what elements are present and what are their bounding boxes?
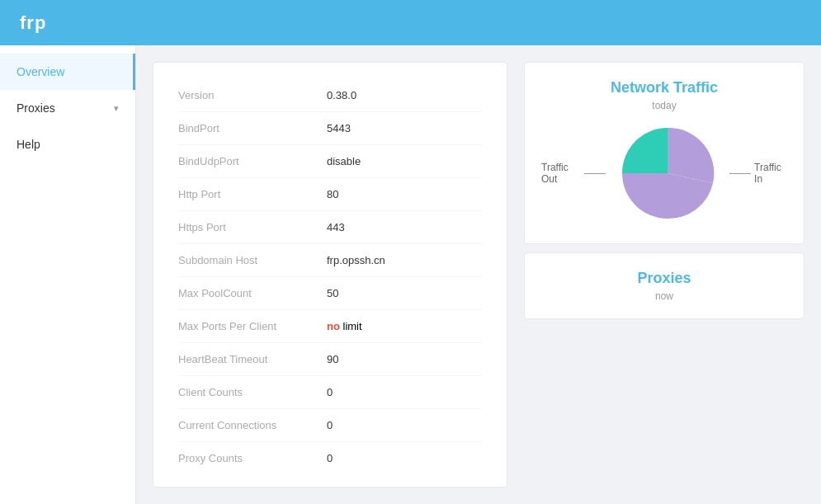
info-row: Subdomain Hostfrp.opssh.cn — [178, 244, 482, 277]
traffic-out-slice3 — [622, 173, 668, 219]
info-row: BindPort5443 — [178, 112, 482, 145]
info-label: Subdomain Host — [178, 254, 327, 266]
info-row: Client Counts0 — [178, 376, 482, 409]
info-label: Https Port — [178, 221, 327, 233]
info-row: BindUdpPortdisable — [178, 145, 482, 178]
sidebar-item-overview[interactable]: Overview — [0, 54, 135, 90]
traffic-in-line — [729, 173, 751, 174]
traffic-out-label: Traffic Out — [541, 162, 581, 185]
network-traffic-title: Network Traffic — [611, 79, 718, 97]
info-row: HeartBeat Timeout90 — [178, 343, 482, 376]
info-card: Version0.38.0BindPort5443BindUdpPortdisa… — [153, 62, 507, 488]
info-label: Proxy Counts — [178, 452, 327, 464]
info-value: 443 — [327, 221, 345, 233]
traffic-in-slice — [622, 128, 668, 173]
sidebar-item-label: Proxies — [17, 101, 55, 115]
info-value: 0.38.0 — [327, 89, 356, 101]
main-layout: Overview Proxies ▾ Help Version0.38.0Bin… — [0, 45, 821, 504]
content-area: Version0.38.0BindPort5443BindUdpPortdisa… — [136, 45, 821, 504]
info-value: 0 — [327, 386, 333, 398]
info-label: Http Port — [178, 188, 327, 200]
info-value: frp.opssh.cn — [327, 254, 385, 266]
sidebar-item-proxies[interactable]: Proxies ▾ — [0, 90, 135, 126]
proxies-title: Proxies — [637, 270, 691, 287]
info-row: Https Port443 — [178, 211, 482, 244]
app-title: frp — [20, 12, 46, 34]
sidebar-item-label: Help — [17, 138, 40, 151]
info-value: no limit — [327, 320, 362, 332]
info-value: 90 — [327, 353, 338, 365]
sidebar: Overview Proxies ▾ Help — [0, 45, 136, 504]
traffic-out-line — [584, 173, 606, 174]
app-header: frp — [0, 0, 821, 45]
info-row: Http Port80 — [178, 178, 482, 211]
sidebar-item-label: Overview — [17, 65, 64, 78]
info-label: Current Connections — [178, 419, 327, 431]
info-row: Current Connections0 — [178, 409, 482, 442]
info-value: 0 — [327, 452, 333, 464]
info-value: 50 — [327, 287, 338, 299]
info-label: Client Counts — [178, 386, 327, 398]
traffic-in-label-group: Traffic In — [729, 162, 787, 185]
proxies-card: Proxies now — [524, 252, 804, 319]
info-label: Max PoolCount — [178, 287, 327, 299]
info-value: disable — [327, 155, 361, 167]
info-value: 0 — [327, 419, 333, 431]
info-label: Max Ports Per Client — [178, 320, 327, 332]
info-row: Max PoolCount50 — [178, 277, 482, 310]
info-row: Version0.38.0 — [178, 79, 482, 112]
info-label: BindPort — [178, 122, 327, 134]
chevron-down-icon: ▾ — [114, 103, 119, 114]
info-row: Proxy Counts0 — [178, 442, 482, 474]
info-label: HeartBeat Timeout — [178, 353, 327, 365]
info-label: BindUdpPort — [178, 155, 327, 167]
info-label: Version — [178, 89, 327, 101]
network-traffic-card: Network Traffic today Traffic Out — [524, 62, 804, 244]
pie-chart — [614, 120, 721, 227]
network-traffic-subtitle: today — [652, 100, 676, 111]
proxies-subtitle: now — [655, 290, 673, 302]
sidebar-item-help[interactable]: Help — [0, 126, 135, 163]
pie-svg — [614, 120, 721, 227]
traffic-in-label: Traffic In — [754, 162, 787, 185]
info-row: Max Ports Per Clientno limit — [178, 310, 482, 343]
info-value: 80 — [327, 188, 338, 200]
pie-chart-container: Traffic Out — [541, 120, 787, 227]
right-panel: Network Traffic today Traffic Out — [524, 62, 804, 488]
traffic-out-label-group: Traffic Out — [541, 162, 606, 185]
info-value: 5443 — [327, 122, 351, 134]
